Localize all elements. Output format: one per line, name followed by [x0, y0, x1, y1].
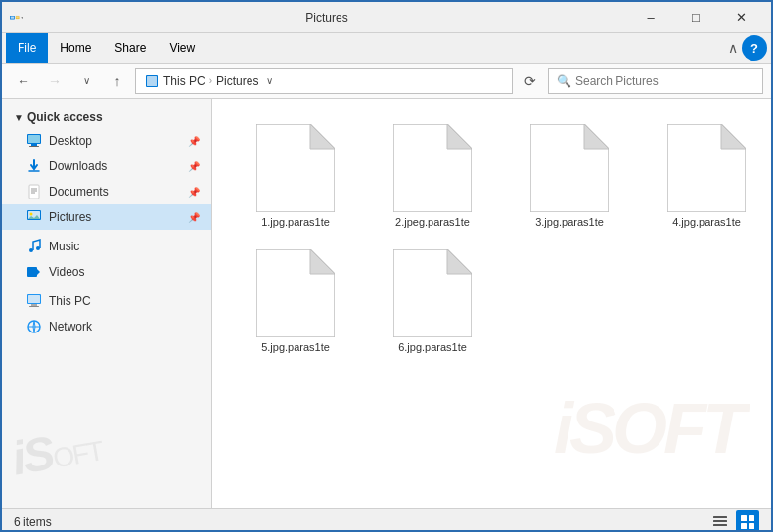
file-item-6[interactable]: 6.jpg.paras1te — [369, 244, 496, 359]
up-button[interactable]: ↑ — [104, 67, 131, 95]
network-label: Network — [49, 320, 92, 333]
svg-rect-45 — [741, 523, 747, 529]
downloads-icon — [25, 157, 43, 175]
file-name-4: 4.jpg.paras1te — [672, 216, 741, 228]
sidebar-item-network[interactable]: Network — [2, 314, 211, 339]
documents-pin: 📌 — [188, 187, 200, 198]
close-button[interactable]: ✕ — [718, 2, 763, 33]
sidebar-item-videos[interactable]: Videos — [2, 259, 211, 285]
file-item-1[interactable]: 1.jpg.paras1te — [232, 118, 359, 234]
file-area-watermark: iSOFT — [554, 388, 742, 468]
ribbon-chevron-area: ∧ ? — [724, 35, 767, 61]
svg-rect-8 — [28, 135, 40, 143]
tab-home[interactable]: Home — [48, 33, 103, 63]
search-box[interactable]: 🔍 — [548, 68, 763, 94]
file-item-3[interactable]: 3.jpg.paras1te — [506, 118, 633, 234]
svg-rect-3 — [17, 16, 19, 17]
back-button[interactable]: ← — [10, 67, 37, 95]
status-bar: 6 items — [2, 508, 771, 532]
svg-rect-24 — [31, 304, 37, 306]
title-bar-icons: ▼ — [10, 10, 25, 25]
music-icon — [25, 238, 43, 255]
quick-access-header[interactable]: ▼ Quick access — [2, 107, 211, 128]
desktop-pin: 📌 — [188, 136, 200, 147]
title-bar: ▼ Pictures – □ ✕ — [2, 2, 771, 33]
sidebar-watermark: iSOFT — [8, 417, 106, 485]
svg-rect-40 — [713, 516, 727, 518]
sidebar-item-music[interactable]: Music — [2, 234, 211, 259]
file-icon-2 — [393, 124, 472, 212]
file-grid: 1.jpg.paras1te 2.jpeg.paras1te — [212, 99, 771, 378]
list-view-button[interactable] — [708, 510, 732, 533]
search-input[interactable] — [575, 74, 754, 88]
file-icon-1 — [256, 124, 335, 212]
file-item-5[interactable]: 5.jpg.paras1te — [232, 244, 359, 359]
path-this-pc[interactable]: This PC — [163, 74, 205, 88]
file-name-6: 6.jpg.paras1te — [398, 341, 467, 353]
system-section: This PC Network — [2, 288, 211, 339]
tab-share[interactable]: Share — [103, 33, 158, 63]
sidebar-item-documents[interactable]: Documents 📌 — [2, 179, 211, 204]
file-icon-4 — [667, 124, 746, 212]
documents-label: Documents — [49, 185, 109, 199]
maximize-button[interactable]: □ — [673, 2, 718, 33]
tab-file[interactable]: File — [6, 33, 48, 63]
pictures-icon — [25, 208, 43, 226]
svg-point-17 — [30, 213, 33, 216]
file-item-4[interactable]: 4.jpg.paras1te — [643, 118, 770, 234]
minimize-button[interactable]: – — [628, 2, 673, 33]
svg-marker-39 — [447, 249, 472, 274]
ribbon: File Home Share View ∧ ? — [2, 33, 771, 64]
help-button[interactable]: ? — [742, 35, 767, 61]
view-controls — [708, 510, 759, 533]
desktop-icon — [25, 132, 43, 150]
svg-rect-23 — [28, 295, 40, 303]
forward-button[interactable]: → — [41, 67, 68, 95]
videos-icon — [25, 263, 43, 281]
svg-rect-9 — [31, 144, 37, 146]
sidebar: iSOFT ▼ Quick access Desktop 📌 Downloads… — [2, 99, 212, 508]
collapse-ribbon-button[interactable]: ∧ — [724, 36, 742, 60]
sidebar-item-pictures[interactable]: Pictures 📌 — [2, 204, 211, 230]
file-name-5: 5.jpg.paras1te — [261, 341, 330, 353]
thispc-label: This PC — [49, 294, 91, 308]
recent-locations-button[interactable]: ∨ — [72, 67, 100, 95]
svg-marker-33 — [584, 124, 609, 149]
svg-rect-6 — [147, 76, 157, 86]
svg-rect-44 — [749, 515, 754, 521]
sidebar-item-desktop[interactable]: Desktop 📌 — [2, 128, 211, 154]
svg-marker-29 — [310, 124, 335, 149]
quick-access-label: Quick access — [27, 111, 103, 124]
file-icon-5 — [256, 249, 335, 337]
svg-rect-10 — [29, 146, 39, 147]
file-icon-6 — [393, 249, 472, 337]
tab-view[interactable]: View — [158, 33, 206, 63]
svg-rect-41 — [713, 520, 727, 522]
music-label: Music — [49, 240, 79, 253]
ribbon-tabs: File Home Share View ∧ ? — [2, 33, 771, 63]
sidebar-item-thispc[interactable]: This PC — [2, 288, 211, 314]
desktop-label: Desktop — [49, 134, 92, 148]
quick-access-section: ▼ Quick access Desktop 📌 Downloads 📌 — [2, 107, 211, 230]
path-icon — [144, 73, 159, 89]
path-pictures[interactable]: Pictures — [216, 74, 258, 88]
pictures-label: Pictures — [49, 210, 91, 224]
file-item-2[interactable]: 2.jpeg.paras1te — [369, 118, 496, 234]
svg-rect-46 — [749, 523, 754, 529]
address-path[interactable]: This PC › Pictures ∨ — [135, 68, 513, 94]
detail-view-button[interactable] — [736, 510, 759, 533]
file-name-3: 3.jpg.paras1te — [535, 216, 604, 228]
file-name-1: 1.jpg.paras1te — [261, 216, 330, 228]
sidebar-item-downloads[interactable]: Downloads 📌 — [2, 154, 211, 179]
window-controls: – □ ✕ — [628, 2, 763, 33]
downloads-label: Downloads — [49, 159, 107, 173]
main-layout: iSOFT ▼ Quick access Desktop 📌 Downloads… — [2, 99, 771, 508]
svg-marker-31 — [447, 124, 472, 149]
videos-label: Videos — [49, 265, 84, 279]
thispc-icon — [25, 292, 43, 310]
path-dropdown-button[interactable]: ∨ — [266, 75, 273, 86]
window-icon: ▼ — [10, 10, 25, 25]
address-bar: ← → ∨ ↑ This PC › Pictures ∨ ⟳ 🔍 — [2, 64, 771, 99]
refresh-button[interactable]: ⟳ — [517, 67, 544, 95]
chevron-icon: ▼ — [14, 112, 23, 123]
